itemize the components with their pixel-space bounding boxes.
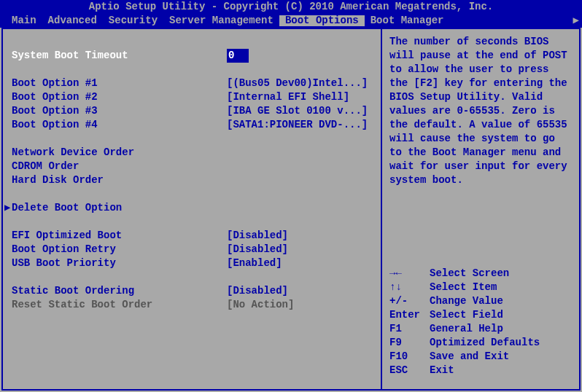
field-value[interactable]: 0 (227, 49, 249, 63)
key-label: F10 (389, 350, 430, 364)
field-boot-option-4[interactable]: Boot Option #4 [SATA1:PIONEER DVD-...] (12, 118, 372, 132)
field-label: Reset Static Boot Order (12, 298, 227, 312)
menu-boot-options[interactable]: Boot Options (279, 15, 365, 26)
field-boot-option-1[interactable]: Boot Option #1 [(Bus05 Dev00)Intel...] (12, 77, 372, 90)
field-label: EFI Optimized Boot (12, 229, 227, 243)
field-boot-option-3[interactable]: Boot Option #3 [IBA GE Slot 0100 v...] (12, 104, 372, 118)
title-bar: Aptio Setup Utility - Copyright (C) 2010… (0, 0, 582, 14)
key-hint-select-screen: →← Select Screen (389, 267, 572, 281)
key-label: ESC (389, 364, 430, 377)
content-area: System Boot Timeout 0 Boot Option #1 [(B… (1, 28, 581, 391)
key-hint-exit: ESC Exit (389, 364, 572, 377)
key-hint-select-item: ↑↓ Select Item (389, 281, 572, 294)
key-label: +/- (389, 294, 430, 308)
key-hint-optimized-defaults: F9 Optimized Defaults (389, 336, 572, 350)
key-action: Save and Exit (430, 350, 509, 364)
key-hints: →← Select Screen ↑↓ Select Item +/- Chan… (389, 267, 572, 383)
key-label: Enter (389, 308, 430, 322)
field-boot-option-retry[interactable]: Boot Option Retry [Disabled] (12, 243, 372, 256)
menu-arrow-right-icon: ▶ (573, 15, 579, 26)
field-label: Delete Boot Option (12, 201, 227, 215)
field-label: Boot Option #3 (12, 104, 227, 118)
field-static-boot-ordering[interactable]: Static Boot Ordering [Disabled] (12, 284, 372, 298)
field-value: [Disabled] (227, 243, 288, 256)
field-value: [SATA1:PIONEER DVD-...] (227, 118, 368, 132)
key-action: Select Item (430, 281, 497, 294)
field-label: Network Device Order (12, 146, 227, 160)
menu-advanced[interactable]: Advanced (42, 15, 103, 26)
field-efi-optimized-boot[interactable]: EFI Optimized Boot [Disabled] (12, 229, 372, 243)
field-label: CDROM Order (12, 160, 227, 173)
field-label: Static Boot Ordering (12, 284, 227, 298)
field-boot-option-2[interactable]: Boot Option #2 [Internal EFI Shell] (12, 90, 372, 104)
field-label: Boot Option #4 (12, 118, 227, 132)
field-value: [Enabled] (227, 256, 282, 270)
field-value: [(Bus05 Dev00)Intel...] (227, 77, 368, 90)
menu-main[interactable]: Main (6, 15, 42, 26)
key-hint-select-field: Enter Select Field (389, 308, 572, 322)
help-panel: The number of seconds BIOS will pause at… (382, 29, 579, 389)
field-hard-disk-order[interactable]: Hard Disk Order (12, 173, 372, 187)
menu-security[interactable]: Security (103, 15, 163, 26)
help-text: The number of seconds BIOS will pause at… (389, 35, 572, 187)
field-network-device-order[interactable]: Network Device Order (12, 146, 372, 160)
key-action: Select Field (430, 308, 503, 322)
key-hint-change-value: +/- Change Value (389, 294, 572, 308)
field-label: Boot Option #1 (12, 77, 227, 90)
key-action: Change Value (430, 294, 503, 308)
key-action: Optimized Defaults (430, 336, 540, 350)
field-label: Boot Option #2 (12, 90, 227, 104)
menu-server-management[interactable]: Server Management (163, 15, 279, 26)
key-action: General Help (430, 322, 503, 336)
field-system-boot-timeout[interactable]: System Boot Timeout 0 (12, 49, 372, 63)
field-cdrom-order[interactable]: CDROM Order (12, 160, 372, 173)
field-value: [Internal EFI Shell] (227, 90, 349, 104)
submenu-arrow-icon: ▶ (4, 201, 10, 215)
key-action: Exit (430, 364, 454, 377)
key-hint-general-help: F1 General Help (389, 322, 572, 336)
bios-screen: Aptio Setup Utility - Copyright (C) 2010… (0, 0, 582, 392)
key-action: Select Screen (430, 267, 509, 281)
field-label: System Boot Timeout (12, 49, 227, 63)
field-label: USB Boot Priority (12, 256, 227, 270)
field-label: Boot Option Retry (12, 243, 227, 256)
key-label: F9 (389, 336, 430, 350)
key-label: ↑↓ (389, 281, 430, 294)
field-reset-static-boot-order: Reset Static Boot Order [No Action] (12, 298, 372, 312)
key-label: F1 (389, 322, 430, 336)
settings-panel: System Boot Timeout 0 Boot Option #1 [(B… (3, 29, 382, 389)
menu-bar: Main Advanced Security Server Management… (0, 14, 582, 28)
key-label: →← (389, 267, 430, 281)
field-value: [Disabled] (227, 284, 288, 298)
key-hint-save-exit: F10 Save and Exit (389, 350, 572, 364)
field-value: [No Action] (227, 298, 294, 312)
field-value: [IBA GE Slot 0100 v...] (227, 104, 368, 118)
field-value: [Disabled] (227, 229, 288, 243)
field-label: Hard Disk Order (12, 173, 227, 187)
menu-boot-manager[interactable]: Boot Manager (365, 15, 450, 26)
field-usb-boot-priority[interactable]: USB Boot Priority [Enabled] (12, 256, 372, 270)
field-delete-boot-option[interactable]: ▶ Delete Boot Option (12, 201, 372, 215)
